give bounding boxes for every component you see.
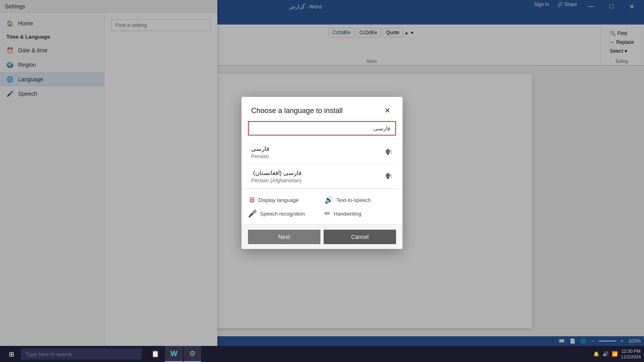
dialog-results: فارسی Persian 🗣 فارسی (افغانستان) Persia… — [242, 140, 402, 189]
lang-persian-native: فارسی — [251, 145, 269, 152]
taskbar: ⊞ 📋 W ⚙ 🔔 🔊 📶 12:30 PM 11/2/2024 — [0, 346, 644, 362]
word-taskbar-btn[interactable]: W — [165, 346, 183, 362]
lang-item-persian-af[interactable]: فارسی (افغانستان) Persian (Afghanistan) … — [248, 165, 396, 189]
taskview-btn[interactable]: 📋 — [147, 346, 164, 362]
start-button[interactable]: ⊞ — [3, 346, 19, 362]
notification-area[interactable]: 🔔 — [593, 351, 599, 357]
lang-persian-af-icon: 🗣 — [385, 172, 393, 181]
settings-taskbar-btn[interactable]: ⚙ — [184, 346, 201, 362]
display-language-icon: 🖥 — [248, 196, 255, 204]
dialog-footer-options: 🖥 Display language 🔊 Text-to-speech 🎤 Sp… — [242, 189, 402, 224]
handwriting-icon: ✏ — [324, 209, 330, 218]
network-icon[interactable]: 📶 — [612, 351, 618, 357]
speech-recognition-icon: 🎤 — [248, 209, 257, 218]
dialog-search-input[interactable] — [248, 121, 396, 136]
next-button[interactable]: Next — [248, 230, 320, 244]
footer-speech-recognition[interactable]: 🎤 Speech recognition — [248, 209, 320, 218]
dialog-search-wrap — [242, 121, 402, 140]
footer-display-language[interactable]: 🖥 Display language — [248, 195, 320, 204]
taskbar-time-date: 12:30 PM 11/2/2024 — [621, 348, 641, 360]
footer-tts[interactable]: 🔊 Text-to-speech — [324, 195, 396, 204]
lang-persian-af-english: Persian (Afghanistan) — [251, 177, 301, 183]
volume-icon[interactable]: 🔊 — [603, 351, 609, 357]
language-dialog: Choose a language to install ✕ فارسی Per… — [242, 97, 402, 249]
dialog-header: Choose a language to install ✕ — [242, 97, 402, 121]
dialog-title: Choose a language to install — [251, 107, 343, 115]
dialog-actions: Next Cancel — [242, 224, 402, 249]
lang-persian-af-native: فارسی (افغانستان) — [251, 169, 301, 177]
lang-persian-english: Persian — [251, 153, 269, 159]
taskbar-search[interactable] — [21, 348, 142, 360]
lang-persian-icon: 🗣 — [385, 148, 393, 157]
dialog-close-btn[interactable]: ✕ — [382, 105, 393, 116]
cancel-button[interactable]: Cancel — [324, 230, 396, 244]
lang-persian-names: فارسی Persian — [251, 145, 269, 159]
dialog-overlay: Choose a language to install ✕ فارسی Per… — [0, 0, 644, 346]
taskbar-time: 12:30 PM — [621, 348, 641, 354]
taskbar-apps: 📋 W ⚙ — [147, 346, 201, 362]
taskbar-date: 11/2/2024 — [621, 354, 641, 360]
taskbar-right: 🔔 🔊 📶 12:30 PM 11/2/2024 — [593, 348, 641, 360]
lang-item-persian[interactable]: فارسی Persian 🗣 — [248, 140, 396, 165]
lang-persian-af-names: فارسی (افغانستان) Persian (Afghanistan) — [251, 169, 301, 183]
tts-icon: 🔊 — [324, 195, 333, 204]
footer-handwriting[interactable]: ✏ Handwriting — [324, 209, 396, 218]
